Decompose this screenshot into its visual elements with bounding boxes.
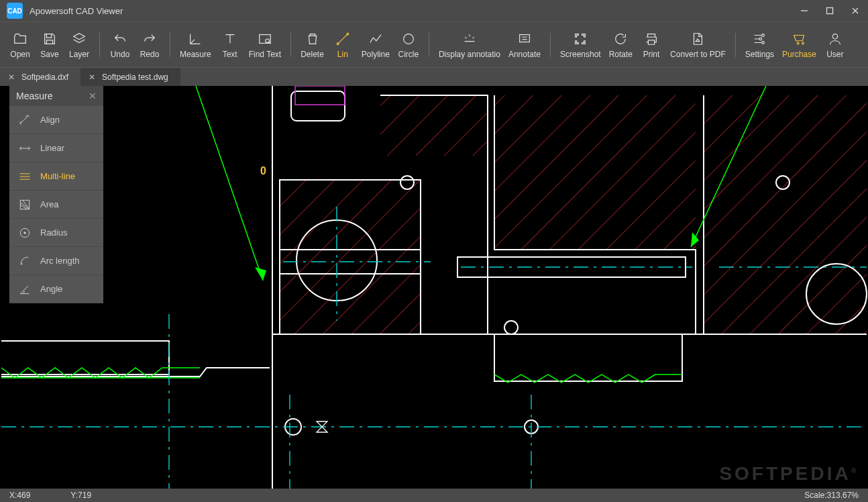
redo-label: Redo bbox=[140, 50, 160, 59]
svg-rect-15 bbox=[280, 180, 421, 334]
measure-label: Measure bbox=[180, 50, 211, 59]
toolbar-separator bbox=[429, 33, 429, 57]
close-window-button[interactable] bbox=[843, 0, 868, 21]
convert-pdf-button[interactable]: Convert to PDF bbox=[666, 25, 730, 65]
option-label: Radius bbox=[40, 228, 67, 238]
measure-arclength-option[interactable]: Arc length bbox=[9, 247, 103, 275]
option-label: Arc length bbox=[40, 256, 80, 266]
rotate-label: Rotate bbox=[609, 50, 633, 59]
close-icon[interactable]: ✕ bbox=[89, 72, 95, 82]
titlebar: CAD Apowersoft CAD Viewer bbox=[0, 0, 868, 21]
screenshot-label: Screenshot bbox=[560, 50, 601, 59]
measure-area-option[interactable]: Area bbox=[9, 191, 103, 219]
delete-button[interactable]: Delete bbox=[296, 25, 328, 65]
polyline-button[interactable]: Polyline bbox=[358, 25, 394, 65]
status-scale: Scale:313.67% bbox=[804, 491, 859, 500]
toolbar-separator bbox=[550, 33, 551, 57]
delete-label: Delete bbox=[301, 50, 324, 59]
layer-label: Layer bbox=[69, 50, 89, 59]
svg-point-24 bbox=[504, 321, 518, 334]
measure-multiline-option[interactable]: Multi-line bbox=[9, 162, 103, 191]
option-label: Area bbox=[40, 199, 58, 209]
svg-point-10 bbox=[832, 34, 837, 38]
svg-point-8 bbox=[404, 34, 414, 44]
svg-rect-12 bbox=[380, 95, 488, 156]
print-label: Print bbox=[643, 50, 660, 59]
undo-label: Undo bbox=[111, 50, 130, 59]
measure-panel-title: Measure bbox=[16, 91, 52, 101]
svg-rect-1 bbox=[827, 8, 833, 14]
purchase-button[interactable]: Purchase bbox=[778, 25, 820, 65]
save-button[interactable]: Save bbox=[35, 25, 64, 65]
measure-panel: Measure ✕ Align Linear Multi-line Area R… bbox=[9, 86, 103, 303]
svg-rect-13 bbox=[494, 95, 696, 250]
display-annotation-button[interactable]: Display annotatio bbox=[435, 25, 504, 65]
option-label: Multi-line bbox=[40, 171, 75, 181]
close-icon[interactable]: ✕ bbox=[89, 91, 97, 101]
option-label: Align bbox=[40, 115, 60, 125]
circle-button[interactable]: Circle bbox=[394, 25, 423, 65]
settings-button[interactable]: Settings bbox=[741, 25, 778, 65]
toolbar-separator bbox=[99, 33, 100, 57]
window-title: Apowersoft CAD Viewer bbox=[30, 6, 123, 16]
measure-radius-option[interactable]: Radius bbox=[9, 219, 103, 247]
svg-point-6 bbox=[337, 42, 339, 44]
text-label: Text bbox=[223, 50, 237, 59]
measure-align-option[interactable]: Align bbox=[9, 106, 103, 134]
annotate-button[interactable]: Annotate bbox=[504, 25, 545, 65]
circle-label: Circle bbox=[398, 50, 419, 59]
option-label: Linear bbox=[40, 143, 64, 153]
line-label: Lin bbox=[337, 50, 348, 59]
open-button[interactable]: Open bbox=[5, 25, 35, 65]
tab-label: Softpedia test.dwg bbox=[102, 72, 168, 82]
status-x: X:469 bbox=[9, 491, 30, 500]
svg-marker-29 bbox=[255, 267, 266, 281]
find-text-button[interactable]: Find Text bbox=[245, 25, 285, 65]
maximize-button[interactable] bbox=[817, 0, 843, 21]
toolbar: Open Save Layer Undo Redo Measure Text F… bbox=[0, 21, 868, 67]
find-text-label: Find Text bbox=[249, 50, 281, 59]
line-button[interactable]: Lin bbox=[328, 25, 358, 65]
redo-button[interactable]: Redo bbox=[135, 25, 164, 65]
cad-drawing bbox=[0, 86, 868, 489]
text-button[interactable]: Text bbox=[215, 25, 245, 65]
svg-rect-9 bbox=[520, 34, 530, 42]
file-tabs: ✕ Softpedia.dxf ✕ Softpedia test.dwg bbox=[0, 67, 868, 86]
svg-rect-16 bbox=[291, 91, 345, 121]
toolbar-separator bbox=[170, 33, 170, 57]
measure-linear-option[interactable]: Linear bbox=[9, 134, 103, 162]
svg-line-27 bbox=[196, 86, 263, 281]
tab-softpedia-dxf[interactable]: ✕ Softpedia.dxf bbox=[0, 68, 80, 86]
app-logo-icon: CAD bbox=[7, 3, 23, 19]
display-annotation-label: Display annotatio bbox=[439, 50, 500, 59]
convert-pdf-label: Convert to PDF bbox=[670, 50, 726, 59]
polyline-label: Polyline bbox=[362, 50, 390, 59]
svg-rect-14 bbox=[704, 95, 867, 334]
user-label: User bbox=[826, 50, 843, 59]
save-label: Save bbox=[40, 50, 58, 59]
drawing-canvas[interactable]: 0 Measure ✕ Align Linear Multi-line Area… bbox=[0, 86, 868, 489]
settings-label: Settings bbox=[745, 50, 774, 59]
open-label: Open bbox=[10, 50, 30, 59]
rotate-button[interactable]: Rotate bbox=[605, 25, 637, 65]
print-button[interactable]: Print bbox=[637, 25, 666, 65]
measure-panel-header: Measure ✕ bbox=[9, 86, 103, 106]
toolbar-separator bbox=[290, 33, 291, 57]
tab-label: Softpedia.dxf bbox=[21, 72, 68, 82]
tab-softpedia-test-dwg[interactable]: ✕ Softpedia test.dwg bbox=[80, 68, 180, 86]
screenshot-button[interactable]: Screenshot bbox=[556, 25, 605, 65]
minimize-button[interactable] bbox=[792, 0, 817, 21]
status-bar: X:469 Y:719 Scale:313.67% bbox=[0, 489, 868, 502]
layer-button[interactable]: Layer bbox=[64, 25, 94, 65]
close-icon[interactable]: ✕ bbox=[8, 72, 15, 82]
user-button[interactable]: User bbox=[820, 25, 850, 65]
option-label: Angle bbox=[40, 284, 62, 294]
purchase-label: Purchase bbox=[782, 50, 816, 59]
watermark: SOFTPEDIA® bbox=[719, 463, 859, 485]
measure-button[interactable]: Measure bbox=[176, 25, 215, 65]
dimension-zero-label: 0 bbox=[260, 165, 266, 177]
toolbar-separator bbox=[735, 33, 736, 57]
undo-button[interactable]: Undo bbox=[105, 25, 135, 65]
status-y: Y:719 bbox=[70, 491, 91, 500]
measure-angle-option[interactable]: Angle bbox=[9, 275, 103, 303]
